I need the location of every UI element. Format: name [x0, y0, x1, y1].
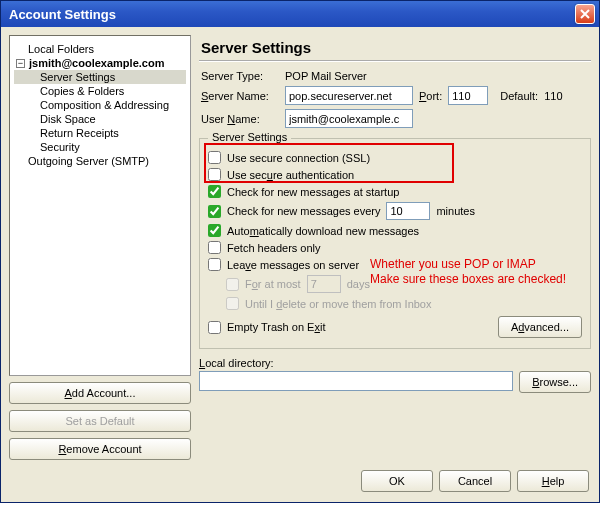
leave-messages-label: Leave messages on server — [227, 259, 359, 271]
browse-button[interactable]: Browse... — [519, 371, 591, 393]
port-input[interactable] — [448, 86, 488, 105]
check-startup-checkbox[interactable] — [208, 185, 221, 198]
until-delete-checkbox — [226, 297, 239, 310]
check-every-suffix: minutes — [436, 205, 475, 217]
close-icon — [580, 9, 590, 19]
titlebar: Account Settings — [1, 1, 599, 27]
secure-auth-checkbox[interactable] — [208, 168, 221, 181]
port-label: Port: — [419, 90, 442, 102]
tree-item-return-receipts[interactable]: Return Receipts — [14, 126, 186, 140]
ok-button[interactable]: OK — [361, 470, 433, 492]
tree-item-disk-space[interactable]: Disk Space — [14, 112, 186, 126]
server-name-label: Server Name: — [201, 90, 279, 102]
window-title: Account Settings — [9, 7, 116, 22]
tree-item-composition[interactable]: Composition & Addressing — [14, 98, 186, 112]
for-at-most-label: For at most — [245, 278, 301, 290]
server-type-row: Server Type: POP Mail Server — [199, 70, 591, 82]
for-at-most-checkbox — [226, 278, 239, 291]
check-every-prefix: Check for new messages every — [227, 205, 380, 217]
page-heading: Server Settings — [201, 39, 591, 56]
fetch-headers-label: Fetch headers only — [227, 242, 321, 254]
days-input — [307, 275, 341, 293]
tree-item-local-folders[interactable]: Local Folders — [14, 42, 186, 56]
auto-download-label: Automatically download new messages — [227, 225, 419, 237]
tree-item-security[interactable]: Security — [14, 140, 186, 154]
add-account-button[interactable]: Add Account... — [9, 382, 191, 404]
server-name-input[interactable] — [285, 86, 413, 105]
cancel-button[interactable]: Cancel — [439, 470, 511, 492]
tree-item-account[interactable]: − jsmith@coolexample.com — [14, 56, 186, 70]
fieldset-legend: Server Settings — [208, 131, 291, 143]
check-every-checkbox[interactable] — [208, 205, 221, 218]
help-button[interactable]: Help — [517, 470, 589, 492]
ssl-label: Use secure connection (SSL) — [227, 152, 370, 164]
default-port-label: Default: — [500, 90, 538, 102]
secure-auth-label: Use secure authentication — [227, 169, 354, 181]
check-every-input[interactable] — [386, 202, 430, 220]
accounts-tree[interactable]: Local Folders − jsmith@coolexample.com S… — [9, 35, 191, 376]
empty-trash-label: Empty Trash on Exit — [227, 321, 325, 333]
local-directory-label: Local directory: — [199, 357, 591, 369]
local-directory-input[interactable] — [199, 371, 513, 391]
ssl-checkbox[interactable] — [208, 151, 221, 164]
server-type-label: Server Type: — [201, 70, 279, 82]
minus-icon[interactable]: − — [16, 59, 25, 68]
tree-item-server-settings[interactable]: Server Settings — [14, 70, 186, 84]
server-type-value: POP Mail Server — [285, 70, 367, 82]
default-port-value: 110 — [544, 90, 562, 102]
remove-account-button[interactable]: Remove Account — [9, 438, 191, 460]
server-settings-fieldset: Server Settings Use secure connection (S… — [199, 138, 591, 349]
user-name-label: User Name: — [201, 113, 279, 125]
close-button[interactable] — [575, 4, 595, 24]
tree-item-copies-folders[interactable]: Copies & Folders — [14, 84, 186, 98]
tree-item-outgoing-smtp[interactable]: Outgoing Server (SMTP) — [14, 154, 186, 168]
set-as-default-button: Set as Default — [9, 410, 191, 432]
until-delete-label: Until I delete or move them from Inbox — [245, 298, 432, 310]
auto-download-checkbox[interactable] — [208, 224, 221, 237]
leave-messages-checkbox[interactable] — [208, 258, 221, 271]
empty-trash-checkbox[interactable] — [208, 321, 221, 334]
user-name-input[interactable] — [285, 109, 413, 128]
days-suffix: days — [347, 278, 370, 290]
fetch-headers-checkbox[interactable] — [208, 241, 221, 254]
check-startup-label: Check for new messages at startup — [227, 186, 399, 198]
annotation-text: Whether you use POP or IMAP Make sure th… — [370, 257, 580, 287]
advanced-button[interactable]: Advanced... — [498, 316, 582, 338]
